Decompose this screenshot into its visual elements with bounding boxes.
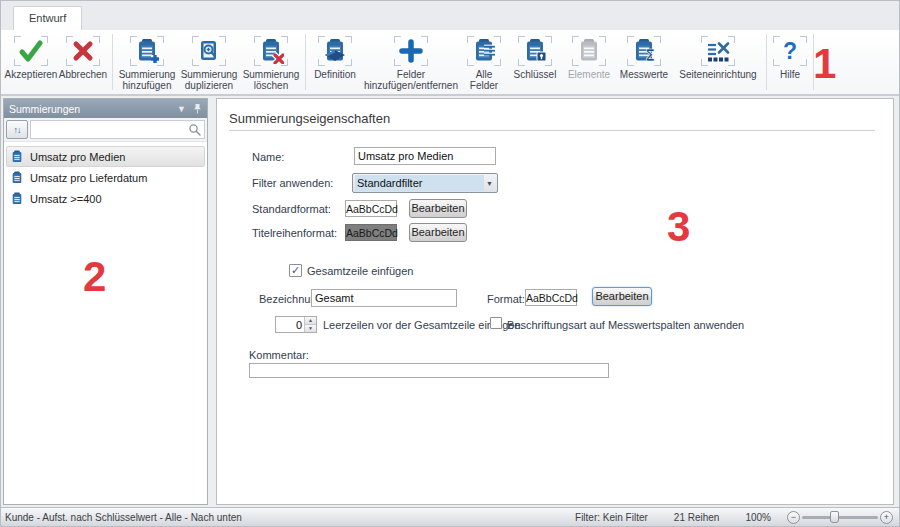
format-edit-button[interactable]: Bearbeiten bbox=[592, 287, 652, 306]
chevron-down-icon[interactable]: ▼ bbox=[177, 104, 186, 114]
comment-field[interactable] bbox=[249, 363, 609, 378]
sidebar-title: Summierungen bbox=[9, 103, 80, 115]
filter-dropdown[interactable]: Standardfilter ▼ bbox=[352, 173, 498, 193]
page-setup-icon bbox=[701, 36, 735, 66]
definition-button[interactable]: Definition bbox=[309, 34, 361, 80]
stepper-up-icon[interactable]: ▲ bbox=[305, 317, 316, 325]
ribbon-toolbar: Akzeptieren Abbrechen Summierung hinzufü… bbox=[1, 30, 899, 96]
definition-label: Definition bbox=[314, 69, 356, 80]
cancel-x-icon bbox=[66, 36, 100, 66]
blank-lines-stepper[interactable]: 0 ▲ ▼ bbox=[275, 316, 317, 333]
title-row-format-label: Titelreihenformat: bbox=[252, 227, 337, 239]
measures-sigma-icon: Σ bbox=[627, 36, 661, 66]
zoom-in-button[interactable]: + bbox=[880, 511, 893, 524]
tab-strip: Entwurf bbox=[1, 1, 899, 30]
zoom-slider-thumb[interactable] bbox=[830, 511, 839, 523]
filter-label: Filter anwenden: bbox=[252, 177, 333, 189]
toolbar-separator bbox=[305, 34, 306, 90]
panel-title: Summierungseigenschaften bbox=[229, 111, 390, 126]
format-sample: AaBbCcDd bbox=[525, 289, 577, 306]
format-label: Format: bbox=[487, 293, 525, 305]
list-item-umsatz-ge-400[interactable]: Umsatz >=400 bbox=[6, 188, 205, 209]
page-setup-label: Seiteneinrichtung bbox=[679, 69, 756, 80]
definition-icon bbox=[318, 36, 352, 66]
key-button[interactable]: Schlüssel bbox=[507, 34, 563, 80]
measures-button[interactable]: Σ Messwerte bbox=[615, 34, 673, 80]
status-filter-text: Filter: Kein Filter bbox=[575, 512, 648, 523]
chevron-down-icon: ▼ bbox=[484, 180, 495, 187]
sidebar-search-box bbox=[30, 120, 205, 139]
toolbar-separator bbox=[112, 34, 113, 90]
cancel-button[interactable]: Abbrechen bbox=[57, 34, 109, 80]
accept-button[interactable]: Akzeptieren bbox=[5, 34, 57, 80]
standard-format-label: Standardformat: bbox=[252, 203, 331, 215]
summation-properties-panel: Summierungseigenschaften Name: Filter an… bbox=[216, 98, 894, 505]
summation-item-icon bbox=[10, 150, 24, 164]
status-rows-text: 21 Reihen bbox=[674, 512, 720, 523]
label-style-checkbox[interactable]: ✓ bbox=[490, 317, 502, 329]
summation-add-label: Summierung hinzufügen bbox=[116, 69, 178, 91]
help-question-icon: ? bbox=[773, 36, 807, 66]
svg-text:Σ: Σ bbox=[645, 47, 655, 64]
blank-lines-value: 0 bbox=[276, 317, 304, 332]
accept-button-label: Akzeptieren bbox=[5, 69, 58, 80]
summation-delete-icon bbox=[254, 36, 288, 66]
zoom-slider-track[interactable] bbox=[802, 516, 878, 519]
summation-item-icon bbox=[10, 192, 24, 206]
summations-sidebar: Summierungen ▼ ↑↓ Umsatz pro Medien bbox=[3, 98, 208, 505]
list-item-label: Umsatz pro Medien bbox=[30, 151, 125, 163]
list-item-umsatz-pro-lieferdatum[interactable]: Umsatz pro Lieferdatum bbox=[6, 167, 205, 188]
all-fields-button[interactable]: Alle Felder bbox=[461, 34, 507, 91]
all-fields-label: Alle Felder bbox=[461, 69, 507, 91]
summation-delete-label: Summierung löschen bbox=[240, 69, 302, 91]
app-window: Entwurf Akzeptieren Abbrechen Summierung… bbox=[0, 0, 900, 527]
page-setup-button[interactable]: Seiteneinrichtung bbox=[673, 34, 763, 80]
summations-list: Umsatz pro Medien Umsatz pro Lieferdatum… bbox=[4, 142, 207, 213]
title-row-format-sample: AaBbCcDd bbox=[345, 224, 397, 241]
standard-format-edit-button[interactable]: Bearbeiten bbox=[409, 199, 467, 218]
list-item-umsatz-pro-medien[interactable]: Umsatz pro Medien bbox=[6, 146, 205, 167]
fields-add-remove-plus-icon bbox=[394, 36, 428, 66]
magnifier-icon bbox=[188, 123, 202, 137]
title-row-format-edit-button[interactable]: Bearbeiten bbox=[409, 223, 467, 242]
pin-icon[interactable] bbox=[193, 103, 202, 114]
status-bar: Kunde - Aufst. nach Schlüsselwert - Alle… bbox=[1, 507, 899, 526]
list-item-label: Umsatz >=400 bbox=[30, 193, 102, 205]
summation-item-icon bbox=[10, 171, 24, 185]
standard-format-sample: AaBbCcDd bbox=[345, 200, 397, 217]
help-button[interactable]: ? Hilfe bbox=[770, 34, 810, 80]
label-style-checkbox-label: Beschriftungsart auf Messwertspalten anw… bbox=[507, 319, 744, 331]
sort-arrows-icon[interactable]: ↑↓ bbox=[6, 120, 28, 139]
fields-add-remove-button[interactable]: Felder hinzufügen/entfernen bbox=[361, 34, 461, 91]
stepper-down-icon[interactable]: ▼ bbox=[305, 325, 316, 332]
comment-label: Kommentar: bbox=[249, 349, 309, 361]
zoom-control: − + bbox=[787, 511, 893, 524]
total-row-checkbox-label: Gesamtzeile einfügen bbox=[307, 265, 413, 277]
title-divider bbox=[229, 130, 875, 131]
toolbar-separator bbox=[766, 34, 767, 90]
elements-label: Elemente bbox=[568, 69, 610, 80]
designation-field[interactable] bbox=[311, 289, 457, 307]
measures-label: Messwerte bbox=[620, 69, 668, 80]
summation-add-button[interactable]: Summierung hinzufügen bbox=[116, 34, 178, 91]
list-item-label: Umsatz pro Lieferdatum bbox=[30, 172, 147, 184]
svg-text:?: ? bbox=[783, 38, 797, 64]
key-icon bbox=[518, 36, 552, 66]
zoom-out-button[interactable]: − bbox=[787, 511, 800, 524]
name-field[interactable] bbox=[354, 147, 496, 165]
cancel-button-label: Abbrechen bbox=[59, 69, 107, 80]
summation-delete-button[interactable]: Summierung löschen bbox=[240, 34, 302, 91]
fields-add-remove-label: Felder hinzufügen/entfernen bbox=[361, 69, 461, 91]
name-label: Name: bbox=[252, 151, 284, 163]
key-label: Schlüssel bbox=[514, 69, 557, 80]
total-row-checkbox[interactable]: ✓ bbox=[289, 264, 302, 277]
tab-entwurf[interactable]: Entwurf bbox=[13, 6, 82, 30]
sidebar-header: Summierungen ▼ bbox=[4, 99, 207, 118]
summation-duplicate-button[interactable]: Summierung duplizieren bbox=[178, 34, 240, 91]
sidebar-search-input[interactable] bbox=[31, 121, 204, 138]
accept-check-icon bbox=[14, 36, 48, 66]
status-zoom-percent: 100% bbox=[745, 512, 771, 523]
summation-duplicate-icon bbox=[192, 36, 226, 66]
elements-button: Elemente bbox=[563, 34, 615, 80]
help-label: Hilfe bbox=[780, 69, 800, 80]
